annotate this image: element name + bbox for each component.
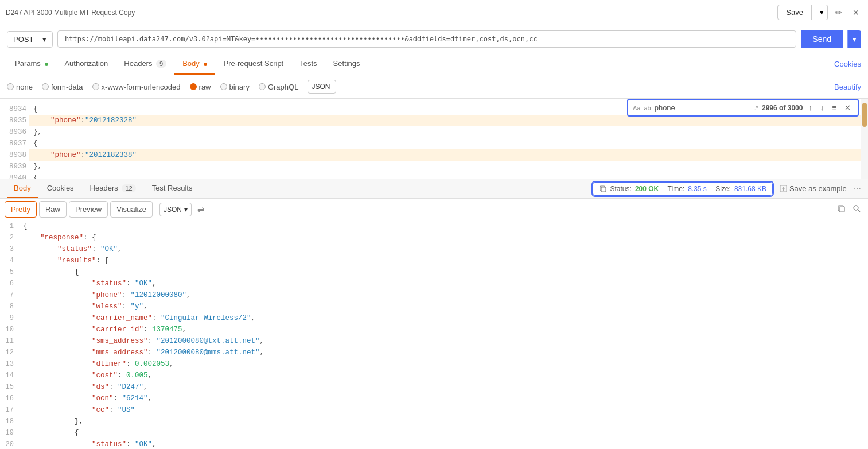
tab-tests[interactable]: Tests bbox=[291, 53, 325, 75]
search-response-button[interactable] bbox=[850, 202, 863, 217]
response-tab-bar: Body Cookies Headers 12 Test Results Sta… bbox=[0, 179, 868, 199]
cookies-button[interactable]: Cookies bbox=[834, 60, 861, 68]
line-numbers: 8934 8935 8936 8937 8938 8939 8940 8941 bbox=[0, 99, 29, 179]
body-format-row: none form-data x-www-form-urlencoded raw… bbox=[0, 75, 868, 99]
search-prev-button[interactable]: ↑ bbox=[806, 102, 815, 113]
tab-authorization[interactable]: Authorization bbox=[56, 53, 116, 75]
format-graphql[interactable]: GraphQL bbox=[259, 83, 298, 91]
search-ab[interactable]: ab bbox=[644, 104, 651, 111]
scrollbar-thumb bbox=[862, 103, 867, 127]
tab-settings[interactable]: Settings bbox=[325, 53, 368, 75]
wrap-icon-button[interactable]: ⇌ bbox=[197, 204, 205, 215]
url-bar: POST ▾ Send ▾ bbox=[0, 25, 868, 53]
close-icon[interactable]: ✕ bbox=[850, 5, 862, 20]
json-line-17: 17 "cc": "US" bbox=[0, 404, 868, 416]
save-example-button[interactable]: Save as example bbox=[780, 184, 847, 193]
format-raw[interactable]: raw bbox=[190, 83, 211, 91]
svg-rect-6 bbox=[839, 207, 844, 212]
tab-pre-request[interactable]: Pre-request Script bbox=[215, 53, 291, 75]
json-format-select[interactable]: JSON bbox=[308, 80, 336, 94]
send-button[interactable]: Send bbox=[801, 30, 843, 48]
json-line-5: 5 { bbox=[0, 266, 868, 278]
code-line-8935: "phone": "2012182328" bbox=[29, 115, 868, 126]
more-options-button[interactable]: ··· bbox=[854, 184, 861, 194]
request-editor: Aa ab .* 2996 of 3000 ↑ ↓ ≡ ✕ 8934 8935 … bbox=[0, 99, 868, 179]
json-line-15: 15 "ds": "D247", bbox=[0, 381, 868, 393]
tab-body[interactable]: Body bbox=[174, 53, 215, 75]
json-line-4: 4 "results": [ bbox=[0, 255, 868, 266]
request-tabs: Params Authorization Headers 9 Body Pre-… bbox=[0, 53, 868, 75]
search-input[interactable] bbox=[655, 103, 751, 112]
bottom-tab-headers[interactable]: Headers 12 bbox=[83, 179, 143, 198]
method-label: POST bbox=[13, 35, 33, 44]
bottom-tab-body[interactable]: Body bbox=[7, 179, 38, 198]
radio-graphql bbox=[259, 83, 266, 90]
json-response-area[interactable]: 1{ 2 "response": { 3 "status": "OK", 4 "… bbox=[0, 220, 868, 449]
search-icon bbox=[853, 204, 861, 213]
json-line-10: 10 "carrier_id": 1370475, bbox=[0, 324, 868, 335]
resp-headers-count: 12 bbox=[122, 184, 135, 192]
format-none[interactable]: none bbox=[7, 83, 33, 91]
bottom-tab-cookies[interactable]: Cookies bbox=[40, 179, 81, 198]
search-aa[interactable]: Aa bbox=[633, 104, 640, 111]
breadcrumb: D247 API 3000 Multiple MT Request Copy bbox=[6, 9, 773, 17]
radio-form-data bbox=[42, 83, 49, 90]
status-bar: Status: 200 OK Time: 8.35 s Size: 831.68… bbox=[593, 180, 861, 198]
status-label: Status: bbox=[610, 185, 632, 193]
time-label: Time: bbox=[668, 185, 685, 193]
json-line-19: 19 { bbox=[0, 427, 868, 439]
beautify-button[interactable]: Beautify bbox=[834, 83, 861, 91]
time-value: 8.35 s bbox=[688, 185, 707, 193]
url-input[interactable] bbox=[57, 30, 796, 48]
body-dot bbox=[204, 63, 207, 66]
tab-params[interactable]: Params bbox=[7, 53, 56, 75]
format-binary[interactable]: binary bbox=[220, 83, 250, 91]
size-value: 831.68 KB bbox=[734, 185, 766, 193]
send-dropdown-button[interactable]: ▾ bbox=[847, 30, 861, 48]
method-dropdown-icon: ▾ bbox=[42, 35, 46, 44]
method-select[interactable]: POST ▾ bbox=[7, 31, 53, 48]
tabs-right: Cookies bbox=[834, 60, 861, 68]
search-match-count: 2996 of 3000 bbox=[762, 104, 803, 112]
search-overlay: Aa ab .* 2996 of 3000 ↑ ↓ ≡ ✕ bbox=[627, 99, 859, 117]
bottom-tab-test-results[interactable]: Test Results bbox=[145, 179, 200, 198]
radio-raw bbox=[190, 83, 197, 90]
top-bar: D247 API 3000 Multiple MT Request Copy S… bbox=[0, 0, 868, 25]
search-wrap-button[interactable]: ≡ bbox=[830, 102, 839, 113]
edit-icon[interactable]: ✏ bbox=[832, 5, 845, 20]
code-line-8940: { bbox=[29, 172, 868, 179]
resp-format-raw[interactable]: Raw bbox=[39, 201, 67, 218]
json-editor: 1{ 2 "response": { 3 "status": "OK", 4 "… bbox=[0, 220, 868, 449]
resp-format-pretty[interactable]: Pretty bbox=[5, 201, 37, 218]
json-line-13: 13 "dtimer": 0.002053, bbox=[0, 358, 868, 370]
status-value: 200 OK bbox=[635, 185, 659, 193]
tab-headers[interactable]: Headers 9 bbox=[116, 53, 174, 75]
json-line-7: 7 "phone": "12012000080", bbox=[0, 289, 868, 301]
code-line-8939: }, bbox=[29, 161, 868, 172]
search-close-button[interactable]: ✕ bbox=[842, 102, 853, 113]
resp-json-select[interactable]: JSON ▾ bbox=[159, 203, 192, 216]
search-next-button[interactable]: ↓ bbox=[818, 102, 827, 113]
save-dropdown-button[interactable]: ▾ bbox=[816, 5, 828, 20]
code-line-8938: "phone": "2012182338" bbox=[29, 149, 868, 161]
copy-icon bbox=[599, 185, 607, 193]
json-line-18: 18 }, bbox=[0, 416, 868, 427]
status-indicator: Status: 200 OK Time: 8.35 s Size: 831.68… bbox=[593, 182, 773, 196]
json-line-16: 16 "ocn": "6214", bbox=[0, 393, 868, 404]
code-line-8937: { bbox=[29, 138, 868, 149]
save-button[interactable]: Save bbox=[777, 5, 812, 20]
json-line-14: 14 "cost": 0.005, bbox=[0, 370, 868, 381]
radio-binary bbox=[220, 83, 227, 90]
editor-scrollbar[interactable] bbox=[861, 99, 868, 179]
resp-format-visualize[interactable]: Visualize bbox=[110, 201, 153, 218]
json-line-2: 2 "response": { bbox=[0, 232, 868, 243]
svg-rect-1 bbox=[601, 187, 606, 192]
format-urlencoded[interactable]: x-www-form-urlencoded bbox=[92, 83, 181, 91]
code-line-8936: }, bbox=[29, 126, 868, 138]
svg-point-7 bbox=[854, 206, 858, 210]
copy-response-button[interactable] bbox=[835, 202, 848, 217]
search-asterisk[interactable]: .* bbox=[754, 104, 758, 111]
resp-format-preview[interactable]: Preview bbox=[69, 201, 108, 218]
format-form-data[interactable]: form-data bbox=[42, 83, 83, 91]
headers-count: 9 bbox=[156, 60, 166, 68]
